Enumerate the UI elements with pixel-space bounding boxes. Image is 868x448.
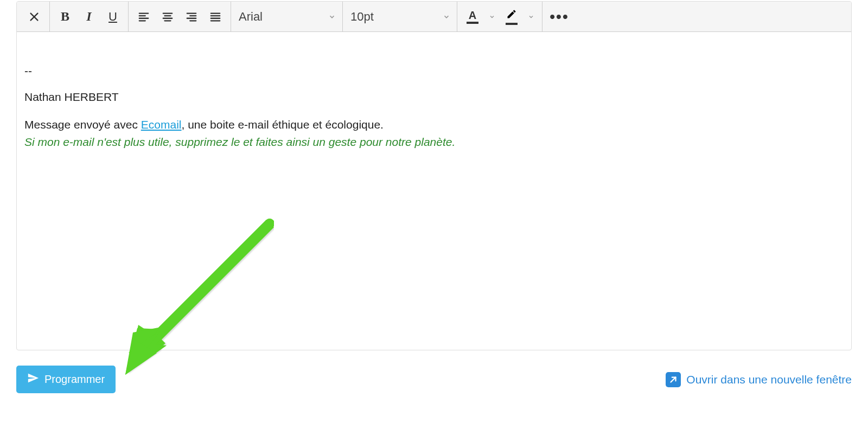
open-new-window-link[interactable]: Ouvrir dans une nouvelle fenêtre bbox=[666, 372, 852, 387]
font-family-select[interactable]: Arial bbox=[231, 2, 342, 31]
highlight-icon bbox=[506, 9, 517, 22]
underline-button[interactable]: U bbox=[101, 5, 125, 29]
toolbar-group-close bbox=[19, 2, 50, 31]
align-center-button[interactable] bbox=[156, 5, 180, 29]
editor-toolbar: B I U bbox=[17, 2, 851, 32]
signature-divider: -- bbox=[24, 62, 844, 80]
toolbar-group-more: ••• bbox=[542, 2, 576, 31]
highlight-color-button[interactable] bbox=[500, 5, 524, 29]
paper-plane-icon bbox=[27, 372, 39, 387]
align-left-button[interactable] bbox=[132, 5, 156, 29]
schedule-button-label: Programmer bbox=[44, 373, 105, 386]
signature-suffix: , une boite e-mail éthique et écologique… bbox=[182, 118, 384, 131]
compose-panel: B I U bbox=[16, 1, 852, 350]
font-family-value: Arial bbox=[239, 10, 263, 24]
align-justify-button[interactable] bbox=[203, 5, 227, 29]
signature-name: Nathan HERBERT bbox=[24, 88, 844, 106]
text-color-bar bbox=[467, 22, 478, 24]
font-size-value: 10pt bbox=[350, 10, 374, 24]
bold-button[interactable]: B bbox=[53, 5, 77, 29]
toolbar-group-color: A bbox=[457, 2, 542, 31]
schedule-button[interactable]: Programmer bbox=[16, 366, 116, 393]
text-color-icon: A bbox=[469, 10, 476, 21]
open-new-window-label: Ouvrir dans une nouvelle fenêtre bbox=[686, 373, 852, 386]
text-color-button[interactable]: A bbox=[461, 5, 484, 29]
highlight-color-bar bbox=[506, 23, 518, 25]
text-color-dropdown[interactable] bbox=[484, 14, 500, 20]
toolbar-group-size: 10pt bbox=[343, 2, 457, 31]
ecomail-link[interactable]: Ecomail bbox=[141, 118, 182, 131]
chevron-down-icon bbox=[443, 10, 450, 24]
svg-line-29 bbox=[671, 377, 676, 382]
signature-prefix: Message envoyé avec bbox=[24, 118, 141, 131]
italic-button[interactable]: I bbox=[77, 5, 101, 29]
more-options-button[interactable]: ••• bbox=[546, 5, 573, 29]
clear-formatting-button[interactable] bbox=[22, 5, 46, 29]
chevron-down-icon bbox=[328, 10, 336, 24]
signature-eco-line: Si mon e-mail n'est plus utile, supprime… bbox=[24, 133, 844, 151]
toolbar-group-font: Arial bbox=[231, 2, 343, 31]
toolbar-group-style: B I U bbox=[50, 2, 129, 31]
external-link-icon bbox=[666, 372, 681, 387]
align-right-button[interactable] bbox=[180, 5, 203, 29]
signature-message: Message envoyé avec Ecomail, une boite e… bbox=[24, 116, 844, 133]
compose-footer: Programmer Ouvrir dans une nouvelle fenê… bbox=[16, 350, 852, 400]
toolbar-group-align bbox=[129, 2, 231, 31]
message-body-editor[interactable]: -- Nathan HERBERT Message envoyé avec Ec… bbox=[17, 32, 851, 350]
font-size-select[interactable]: 10pt bbox=[343, 2, 457, 31]
ellipsis-icon: ••• bbox=[550, 8, 569, 25]
highlight-color-dropdown[interactable] bbox=[524, 14, 539, 20]
